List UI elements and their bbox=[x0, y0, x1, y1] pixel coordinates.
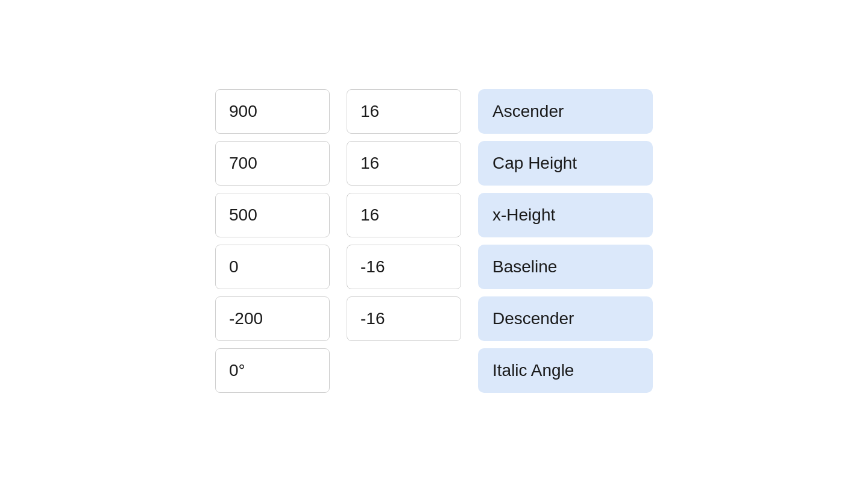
col2-row1[interactable]: 16 bbox=[347, 141, 461, 186]
metrics-grid: 90016Ascender70016Cap Height50016x-Heigh… bbox=[215, 89, 653, 393]
label-row5: Italic Angle bbox=[478, 348, 653, 393]
col2-row3[interactable]: -16 bbox=[347, 245, 461, 289]
label-row1: Cap Height bbox=[478, 141, 653, 186]
col1-row4[interactable]: -200 bbox=[215, 296, 330, 341]
label-row4: Descender bbox=[478, 296, 653, 341]
label-row0: Ascender bbox=[478, 89, 653, 134]
label-row2: x-Height bbox=[478, 193, 653, 237]
col1-row5[interactable]: 0° bbox=[215, 348, 330, 393]
col1-row2[interactable]: 500 bbox=[215, 193, 330, 237]
col2-row0[interactable]: 16 bbox=[347, 89, 461, 134]
col1-row1[interactable]: 700 bbox=[215, 141, 330, 186]
col1-row0[interactable]: 900 bbox=[215, 89, 330, 134]
label-row3: Baseline bbox=[478, 245, 653, 289]
col1-row3[interactable]: 0 bbox=[215, 245, 330, 289]
col2-row4[interactable]: -16 bbox=[347, 296, 461, 341]
col2-row2[interactable]: 16 bbox=[347, 193, 461, 237]
